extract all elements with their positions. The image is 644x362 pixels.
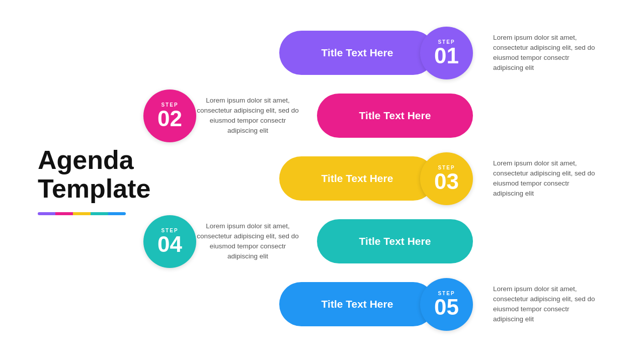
step-row-3: Title Text Here STEP 03 Lorem ipsum dolo… xyxy=(181,148,634,209)
step3-pill: Title Text Here xyxy=(279,156,435,201)
step4-title: Title Text Here xyxy=(359,235,431,247)
step3-circle: STEP 03 xyxy=(420,152,473,205)
step3-number: 03 xyxy=(434,170,459,193)
step1-pill: Title Text Here xyxy=(279,31,435,75)
step-row-4: Lorem ipsum dolor sit amet, consectetur … xyxy=(181,211,634,272)
step-row-5: Title Text Here STEP 05 Lorem ipsum dolo… xyxy=(181,274,634,334)
title-line2: Template xyxy=(38,174,150,203)
step3-desc-text: Lorem ipsum dolor sit amet, consectetur … xyxy=(493,159,595,198)
step2-pill: Title Text Here xyxy=(317,94,473,138)
step5-desc-text: Lorem ipsum dolor sit amet, consectetur … xyxy=(493,285,595,323)
step4-pill: Title Text Here xyxy=(317,219,473,263)
step2-description: Lorem ipsum dolor sit amet, consectetur … xyxy=(196,96,299,136)
step5-description: Lorem ipsum dolor sit amet, consectetur … xyxy=(493,284,599,325)
step2-circle: STEP 02 xyxy=(143,89,196,142)
step1-number: 01 xyxy=(434,45,459,67)
step3-title: Title Text Here xyxy=(321,172,393,185)
step4-desc-text: Lorem ipsum dolor sit amet, consectetur … xyxy=(197,222,299,260)
step2-number: 02 xyxy=(157,108,182,130)
color-bar-yellow xyxy=(73,212,91,215)
step5-title: Title Text Here xyxy=(321,298,393,310)
step1-circle: STEP 01 xyxy=(420,27,473,79)
color-bar-blue xyxy=(108,212,126,215)
step4-number: 04 xyxy=(157,233,182,255)
step4-circle: STEP 04 xyxy=(143,215,196,268)
step3-description: Lorem ipsum dolor sit amet, consectetur … xyxy=(493,158,599,199)
step5-pill: Title Text Here xyxy=(279,282,435,326)
steps-container: Title Text Here STEP 01 Lorem ipsum dolo… xyxy=(181,23,634,337)
step5-circle: STEP 05 xyxy=(420,278,473,331)
step1-desc-text: Lorem ipsum dolor sit amet, consectetur … xyxy=(493,34,595,72)
step4-description: Lorem ipsum dolor sit amet, consectetur … xyxy=(196,221,299,262)
step-row-1: Title Text Here STEP 01 Lorem ipsum dolo… xyxy=(181,23,634,83)
step1-description: Lorem ipsum dolor sit amet, consectetur … xyxy=(493,33,599,73)
color-bar-purple xyxy=(38,212,55,215)
color-bar-pink xyxy=(55,212,73,215)
color-bar-teal xyxy=(91,212,108,215)
step-row-2: Lorem ipsum dolor sit amet, consectetur … xyxy=(181,85,634,146)
step5-number: 05 xyxy=(434,296,459,318)
step2-title: Title Text Here xyxy=(359,110,431,122)
slide: Agenda Template Title Text Here STEP 01 … xyxy=(0,0,644,362)
step2-desc-text: Lorem ipsum dolor sit amet, consectetur … xyxy=(197,97,299,135)
main-title: Agenda Template xyxy=(38,146,169,203)
title-line1: Agenda xyxy=(38,145,134,174)
left-panel: Agenda Template xyxy=(38,146,169,215)
color-bar xyxy=(38,212,126,215)
step1-title: Title Text Here xyxy=(321,47,393,59)
